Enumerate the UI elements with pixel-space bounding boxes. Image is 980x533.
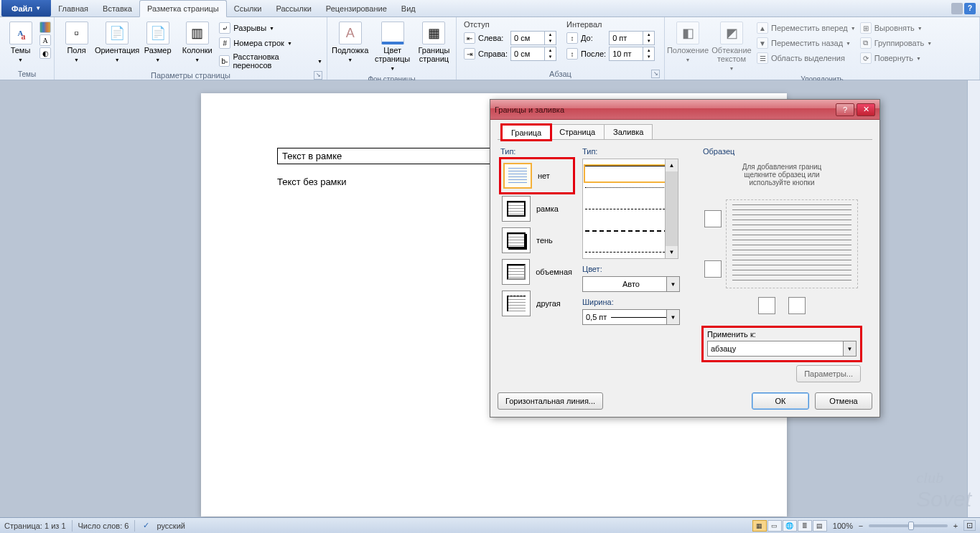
theme-fonts-icon[interactable]: A xyxy=(39,34,51,46)
indent-right-input[interactable]: 0 см▲▼ xyxy=(510,47,556,61)
hyphenation-icon: b- xyxy=(219,55,230,67)
preview-bottom-button[interactable] xyxy=(704,260,722,278)
position-button[interactable]: ◧Положение▼ xyxy=(668,20,708,66)
tab-page-layout[interactable]: Разметка страницы xyxy=(139,0,227,17)
orientation-icon: 📄 xyxy=(106,22,129,44)
chevron-down-icon: ▼ xyxy=(666,277,679,291)
theme-colors-icon[interactable] xyxy=(39,22,51,33)
setting-3d[interactable]: объемная xyxy=(500,256,574,288)
size-button[interactable]: 📄Размер▼ xyxy=(139,20,177,66)
page-color-icon xyxy=(381,22,404,44)
view-web-layout[interactable]: 🌐 xyxy=(783,520,797,532)
page-borders-icon: ▦ xyxy=(422,22,445,44)
space-before-icon: ↕ xyxy=(566,32,578,44)
border-style-list[interactable]: ▲▼ xyxy=(582,159,678,259)
tab-review[interactable]: Рецензирование xyxy=(319,0,394,16)
view-outline[interactable]: ≣ xyxy=(798,520,812,532)
border-width-combo[interactable]: 0,5 пт ▼ xyxy=(582,309,680,325)
orientation-button[interactable]: 📄Ориентация▼ xyxy=(97,20,137,66)
status-words[interactable]: Число слов: 6 xyxy=(78,522,129,530)
space-after-input[interactable]: 10 пт▲▼ xyxy=(609,47,655,61)
columns-button[interactable]: ▥Колонки▼ xyxy=(178,20,216,66)
dialog-launcher-icon[interactable]: ↘ xyxy=(651,70,660,78)
tab-mailings[interactable]: Рассылки xyxy=(269,0,318,16)
ok-button[interactable]: ОК xyxy=(752,392,809,410)
page-color-button[interactable]: Цвет страницы▼ xyxy=(371,20,414,75)
dialog-close-button[interactable]: ✕ xyxy=(857,103,875,116)
align-button[interactable]: ⊞Выровнять ▼ xyxy=(859,22,933,34)
selection-pane-button[interactable]: ☰Область выделения xyxy=(755,52,857,65)
tab-insert[interactable]: Вставка xyxy=(95,0,139,16)
preview-sample[interactable] xyxy=(726,199,858,288)
tab-view[interactable]: Вид xyxy=(394,0,423,16)
breaks-button[interactable]: ⤶Разрывы ▼ xyxy=(218,22,324,34)
zoom-out-button[interactable]: − xyxy=(856,522,866,530)
setting-shadow[interactable]: тень xyxy=(500,225,574,256)
status-language[interactable]: русский xyxy=(157,522,185,530)
dialog-help-button[interactable]: ? xyxy=(836,103,854,116)
setting-type-label: Тип: xyxy=(500,147,574,156)
setting-box[interactable]: рамка xyxy=(500,193,574,225)
indent-left-input[interactable]: 0 см▲▼ xyxy=(510,31,556,45)
line-numbers-button[interactable]: #Номера строк ▼ xyxy=(218,37,324,49)
margins-button[interactable]: ▫Поля▼ xyxy=(57,20,95,66)
rotate-icon: ⟳ xyxy=(860,52,872,64)
preview-top-button[interactable] xyxy=(704,210,722,227)
apply-to-combo[interactable]: абзацу ▼ xyxy=(707,341,857,357)
horizontal-line-button[interactable]: Горизонтальная линия... xyxy=(498,392,603,410)
tab-home[interactable]: Главная xyxy=(51,0,95,16)
proofing-icon[interactable]: ✓ xyxy=(141,521,151,531)
dialog-tab-page[interactable]: Страница xyxy=(550,124,605,139)
params-button[interactable]: Параметры... xyxy=(796,365,861,382)
setting-box-icon xyxy=(502,196,531,222)
zoom-value[interactable]: 100% xyxy=(833,522,853,530)
minimize-ribbon-icon[interactable] xyxy=(951,3,963,14)
preview-right-button[interactable] xyxy=(788,297,806,314)
border-color-combo[interactable]: Авто ▼ xyxy=(582,276,680,292)
file-tab[interactable]: Файл▼ xyxy=(1,0,51,16)
theme-effects-icon[interactable]: ◐ xyxy=(39,47,51,59)
setting-custom[interactable]: другая xyxy=(500,288,574,319)
dialog-launcher-icon[interactable]: ↘ xyxy=(314,71,322,80)
group-label-page-params: Параметры страницы xyxy=(151,71,230,80)
view-draft[interactable]: ▤ xyxy=(813,520,827,532)
setting-none[interactable]: нет xyxy=(502,160,572,192)
wrap-text-icon: ◩ xyxy=(720,22,743,44)
cancel-button[interactable]: Отмена xyxy=(815,392,872,410)
vertical-ruler[interactable] xyxy=(967,80,980,517)
wrap-text-button[interactable]: ◩Обтекание текстом▼ xyxy=(709,20,754,75)
size-icon: 📄 xyxy=(146,22,169,44)
borders-shading-dialog: Границы и заливка ? ✕ Граница Страница З… xyxy=(490,99,880,418)
space-after-icon: ↕ xyxy=(566,48,578,60)
setting-none-icon xyxy=(503,163,532,189)
group-button[interactable]: ⧉Группировать ▼ xyxy=(859,37,933,49)
themes-button[interactable]: Aa Темы▼ xyxy=(3,20,38,66)
space-before-input[interactable]: 0 пт▲▼ xyxy=(609,31,655,45)
chevron-down-icon: ▼ xyxy=(843,341,856,356)
unframed-text[interactable]: Текст без рамки xyxy=(277,176,347,187)
zoom-slider[interactable] xyxy=(869,524,948,527)
group-label-themes: Темы xyxy=(3,70,51,80)
hyphenation-button[interactable]: b-Расстановка переносов ▼ xyxy=(218,52,324,70)
style-type-label: Тип: xyxy=(582,147,694,156)
breaks-icon: ⤶ xyxy=(219,22,230,34)
view-print-layout[interactable]: ▦ xyxy=(752,520,767,532)
dialog-titlebar[interactable]: Границы и заливка ? ✕ xyxy=(490,100,879,120)
zoom-fit-button[interactable]: ⊡ xyxy=(963,520,976,531)
view-full-screen[interactable]: ▭ xyxy=(767,520,782,532)
watermark-button[interactable]: AПодложка▼ xyxy=(330,20,370,66)
help-icon[interactable]: ? xyxy=(964,3,976,14)
tab-references[interactable]: Ссылки xyxy=(227,0,269,16)
watermark-icon: A xyxy=(339,22,362,44)
rotate-button[interactable]: ⟳Повернуть ▼ xyxy=(859,52,933,65)
dialog-tab-shading[interactable]: Заливка xyxy=(604,124,653,139)
status-page[interactable]: Страница: 1 из 1 xyxy=(4,522,66,530)
preview-left-button[interactable] xyxy=(758,297,775,314)
menu-bar: Файл▼ Главная Вставка Разметка страницы … xyxy=(0,0,980,17)
dialog-tab-border[interactable]: Граница xyxy=(502,125,551,140)
style-scrollbar[interactable]: ▲▼ xyxy=(665,159,678,258)
bring-forward-button[interactable]: ▲Переместить вперед ▼ xyxy=(755,22,857,34)
page-borders-button[interactable]: ▦Границы страниц xyxy=(415,20,453,65)
zoom-in-button[interactable]: + xyxy=(951,522,961,530)
send-backward-button[interactable]: ▼Переместить назад ▼ xyxy=(755,37,857,49)
